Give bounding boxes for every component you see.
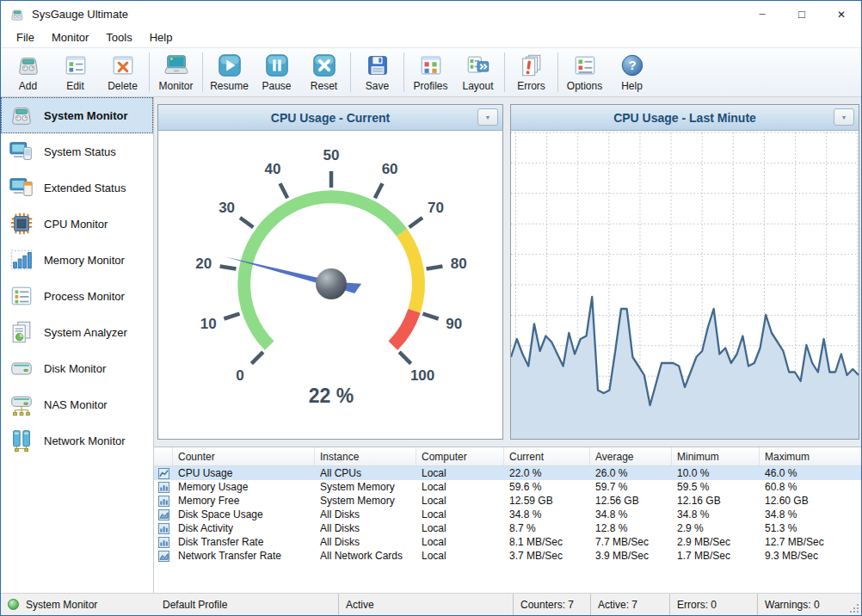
monitor-button[interactable]: Monitor [152, 50, 200, 95]
status-system-monitor: System Monitor [1, 594, 156, 615]
save-button[interactable]: Save [354, 50, 401, 95]
sidebar-item-cpu-monitor[interactable]: CPU Monitor [1, 206, 153, 242]
maximize-icon: □ [798, 8, 805, 21]
sidebar-item-label: System Status [44, 145, 116, 158]
sidebar: System MonitorSystem StatusExtended Stat… [1, 97, 154, 593]
sidebar-item-system-analyzer[interactable]: System Analyzer [1, 314, 153, 350]
toolbar-button-label: Resume [210, 80, 249, 92]
sidebar-item-label: Disk Monitor [44, 362, 106, 375]
table-cell: Local [416, 467, 504, 479]
toolbar: AddEditDeleteMonitorResumePauseResetSave… [1, 47, 861, 97]
table-cell: Network Transfer Rate [173, 550, 315, 562]
column-header-current[interactable]: Current [504, 447, 590, 465]
table-cell: 9.3 MB/Sec [760, 550, 862, 562]
table-row-cpu-usage[interactable]: CPU UsageAll CPUsLocal22.0 %26.0 %10.0 %… [154, 466, 861, 480]
pause-button[interactable]: Pause [253, 50, 300, 95]
table-cell: 12.60 GB [760, 495, 862, 507]
reset-button[interactable]: Reset [300, 50, 348, 95]
close-button[interactable]: ✕ [822, 1, 861, 28]
gauge-device-icon [15, 52, 41, 78]
app-window: SysGauge Ultimate ─ □ ✕ FileMonitorTools… [0, 0, 862, 616]
main-area: CPU Usage - Current ▼ 010203040506070809… [154, 97, 861, 593]
errors-button[interactable]: Errors [508, 50, 555, 95]
title-bar[interactable]: SysGauge Ultimate ─ □ ✕ [1, 1, 861, 28]
history-panel-header: CPU Usage - Last Minute ▼ [511, 105, 859, 131]
table-header-row: CounterInstanceComputerCurrentAverageMin… [154, 447, 861, 466]
profiles-button[interactable]: Profiles [407, 50, 454, 95]
table-row-memory-free[interactable]: Memory FreeSystem MemoryLocal12.59 GB12.… [154, 494, 861, 508]
toolbar-button-label: Profiles [413, 80, 447, 92]
column-header-counter[interactable]: Counter [173, 447, 315, 465]
table-cell: 12.56 GB [590, 495, 672, 507]
toolbar-button-label: Add [19, 80, 37, 92]
status-label: Active [346, 599, 374, 611]
table-cell: 26.0 % [590, 467, 672, 479]
edit-list-icon [63, 52, 89, 78]
column-header-minimum[interactable]: Minimum [672, 447, 760, 465]
cpu-usage-history-chart [511, 131, 859, 439]
table-row-disk-space-usage[interactable]: Disk Space UsageAll DisksLocal34.8 %34.8… [154, 508, 861, 521]
save-floppy-icon [365, 52, 391, 78]
status-active: Active [338, 594, 513, 615]
table-cell: System Memory [315, 481, 416, 493]
sidebar-item-network-monitor[interactable]: Network Monitor [1, 422, 153, 459]
resume-button[interactable]: Resume [206, 50, 253, 95]
sidebar-item-process-monitor[interactable]: Process Monitor [1, 278, 153, 314]
minimize-icon: ─ [759, 9, 765, 19]
network-servers-icon [9, 428, 34, 453]
help-button[interactable]: ?Help [608, 50, 656, 95]
resize-grip[interactable] [848, 602, 859, 613]
table-cell: All Network Cards [315, 550, 416, 562]
status-bar: System MonitorDefault ProfileActiveCount… [1, 593, 861, 615]
table-cell: Local [416, 522, 504, 534]
window-controls: ─ □ ✕ [742, 1, 861, 28]
sidebar-item-nas-monitor[interactable]: NAS Monitor [1, 386, 153, 422]
svg-text:80: 80 [451, 256, 467, 272]
delete-button[interactable]: Delete [99, 50, 146, 95]
history-panel-menu-button[interactable]: ▼ [834, 108, 854, 126]
area-chart-icon [154, 551, 173, 562]
sidebar-item-disk-monitor[interactable]: Disk Monitor [1, 350, 153, 386]
table-cell: 59.5 % [672, 481, 760, 493]
maximize-button[interactable]: □ [782, 1, 822, 28]
menu-help[interactable]: Help [141, 28, 182, 46]
minimize-button[interactable]: ─ [742, 1, 782, 28]
system-status-icon [9, 139, 34, 164]
toolbar-button-label: Errors [517, 80, 545, 92]
column-header-average[interactable]: Average [590, 447, 672, 465]
table-row-disk-transfer-rate[interactable]: Disk Transfer RateAll DisksLocal8.1 MB/S… [154, 535, 861, 549]
sidebar-item-system-monitor[interactable]: System Monitor [1, 97, 153, 133]
toolbar-separator [350, 52, 351, 92]
sidebar-item-system-status[interactable]: System Status [1, 133, 153, 169]
add-button[interactable]: Add [4, 50, 52, 95]
table-row-disk-activity[interactable]: Disk ActivityAll DisksLocal8.7 %12.8 %2.… [154, 521, 861, 535]
table-cell: 60.8 % [760, 481, 862, 493]
svg-text:0: 0 [236, 367, 243, 384]
table-cell: 1.7 MB/Sec [672, 550, 760, 562]
menu-tools[interactable]: Tools [97, 28, 140, 46]
menu-file[interactable]: File [8, 28, 43, 46]
layout-button[interactable]: Layout [454, 50, 502, 95]
table-row-memory-usage[interactable]: Memory UsageSystem MemoryLocal59.6 %59.7… [154, 480, 861, 494]
gauge-device-icon [9, 102, 34, 128]
sidebar-item-memory-monitor[interactable]: Memory Monitor [1, 242, 153, 278]
table-cell: Local [416, 481, 504, 493]
svg-text:70: 70 [428, 200, 444, 216]
column-header-instance[interactable]: Instance [315, 447, 416, 465]
gauge-panel-menu-button[interactable]: ▼ [477, 108, 498, 126]
line-chart-icon [154, 468, 173, 479]
table-cell: 3.9 MB/Sec [590, 550, 672, 562]
column-header-computer[interactable]: Computer [416, 447, 504, 465]
toolbar-button-label: Layout [462, 80, 493, 92]
menu-monitor[interactable]: Monitor [43, 28, 97, 46]
column-header-maximum[interactable]: Maximum [760, 447, 862, 465]
sidebar-item-extended-status[interactable]: Extended Status [1, 169, 153, 206]
table-row-network-transfer-rate[interactable]: Network Transfer RateAll Network CardsLo… [154, 549, 861, 563]
toolbar-button-label: Save [366, 80, 389, 92]
options-button[interactable]: Options [561, 50, 608, 95]
table-cell: 34.8 % [590, 508, 672, 521]
edit-button[interactable]: Edit [52, 50, 99, 95]
cpu-history-panel: CPU Usage - Last Minute ▼ [510, 104, 859, 440]
sidebar-item-label: Network Monitor [44, 434, 126, 447]
panels-row: CPU Usage - Current ▼ 010203040506070809… [154, 97, 861, 447]
